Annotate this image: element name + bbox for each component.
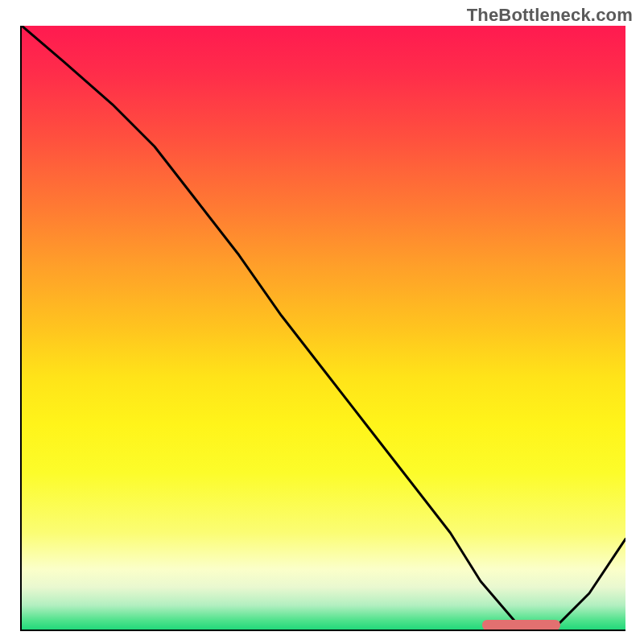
optimum-marker [482,620,561,630]
chart-curve-svg [22,26,625,630]
watermark-text: TheBottleneck.com [467,5,633,26]
chart-plot-area [20,26,625,631]
chart-line [22,26,625,630]
